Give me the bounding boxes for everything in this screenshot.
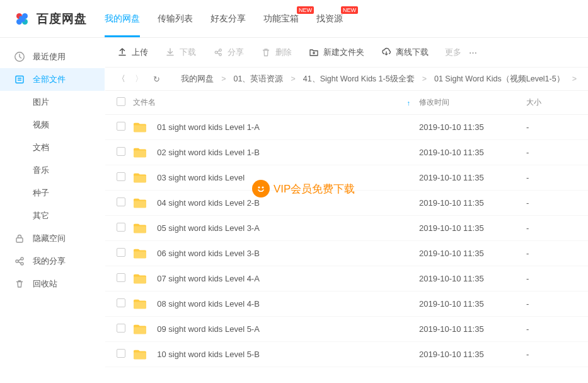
share-icon	[14, 256, 25, 267]
crumb-1[interactable]: 01、英语资源	[234, 74, 284, 85]
file-name: 08 sight word kids Level 4-B	[157, 299, 260, 309]
tab-3[interactable]: 功能宝箱NEW	[263, 0, 299, 37]
crumb-3[interactable]: 01 Sight Word Kids（视频Level1-5）	[434, 74, 565, 85]
column-name[interactable]: 文件名↑	[133, 97, 419, 108]
folder-icon	[133, 122, 147, 133]
brand-name: 百度网盘	[37, 11, 87, 27]
file-name: 07 sight word kids Level 4-A	[157, 274, 260, 283]
sidebar-item-label: 视频	[33, 119, 49, 131]
table-row[interactable]: 03 sight word kids Level2019-10-10 11:35…	[105, 165, 588, 191]
table-row[interactable]: 06 sight word kids Level 3-B2019-10-10 1…	[105, 241, 588, 266]
table-row[interactable]: 09 sight word kids Level 5-A2019-10-10 1…	[105, 317, 588, 342]
file-name: 03 sight word kids Level	[157, 173, 245, 182]
svg-rect-9	[20, 16, 25, 21]
table-row[interactable]: 02 sight word kids Level 1-B2019-10-10 1…	[105, 140, 588, 165]
folder-icon	[133, 273, 147, 285]
column-size[interactable]: 大小	[526, 97, 577, 108]
sidebar-item-label: 种子	[33, 187, 49, 199]
row-checkbox[interactable]	[117, 147, 125, 156]
upload-button[interactable]: 上传	[117, 47, 148, 58]
back-icon[interactable]: 〈	[117, 74, 125, 85]
column-date[interactable]: 修改时间	[419, 97, 526, 108]
sidebar-item-9[interactable]: 我的分享	[0, 250, 105, 273]
row-checkbox[interactable]	[117, 349, 125, 358]
forward-icon[interactable]: 〉	[134, 74, 143, 85]
sort-asc-icon: ↑	[407, 99, 411, 107]
crumb-2[interactable]: 41、Sight Word Kids 1-5级全套	[303, 74, 415, 85]
sidebar-item-4[interactable]: 文档	[0, 136, 105, 159]
folder-icon	[133, 172, 147, 184]
table-row[interactable]: 07 sight word kids Level 4-A2019-10-10 1…	[105, 266, 588, 292]
lock-icon	[14, 233, 25, 244]
sidebar-item-6[interactable]: 种子	[0, 182, 105, 204]
file-name: 01 sight word kids Level 1-A	[157, 122, 260, 132]
row-checkbox[interactable]	[117, 298, 125, 307]
refresh-icon[interactable]: ↻	[152, 74, 161, 84]
sidebar-item-3[interactable]: 视频	[0, 114, 105, 136]
table-row[interactable]: 05 sight word kids Level 3-A2019-10-10 1…	[105, 216, 588, 241]
sidebar-item-8[interactable]: 隐藏空间	[0, 227, 105, 250]
sidebar-item-label: 图片	[33, 97, 49, 108]
table-header: 文件名↑ 修改时间 大小	[105, 91, 588, 115]
file-date: 2019-10-10 11:35	[419, 350, 526, 359]
sidebar-item-0[interactable]: 最近使用	[0, 45, 105, 68]
tab-1[interactable]: 传输列表	[158, 0, 193, 37]
clock-icon	[14, 51, 25, 62]
trash-icon	[14, 278, 25, 290]
crumb-separator: >	[572, 74, 577, 83]
file-size: -	[526, 324, 577, 334]
file-size: -	[526, 274, 577, 283]
table-row[interactable]: 10 sight word kids Level 5-B2019-10-10 1…	[105, 342, 588, 367]
sidebar-item-7[interactable]: 其它	[0, 204, 105, 227]
file-name: 09 sight word kids Level 5-A	[157, 324, 260, 334]
table-row[interactable]: 01 sight word kids Level 1-A2019-10-10 1…	[105, 115, 588, 140]
tab-4[interactable]: 找资源NEW	[316, 0, 343, 37]
new-badge: NEW	[341, 6, 358, 14]
files-icon	[14, 74, 25, 85]
sidebar-item-label: 回收站	[33, 278, 57, 290]
tab-2[interactable]: 好友分享	[210, 0, 246, 37]
sidebar-item-label: 文档	[33, 142, 49, 153]
file-name: 10 sight word kids Level 5-B	[157, 350, 260, 359]
folder-icon	[133, 197, 147, 209]
row-checkbox[interactable]	[117, 248, 125, 257]
file-size: -	[526, 148, 577, 157]
sidebar-item-label: 音乐	[33, 165, 49, 176]
header-tabs: 我的网盘传输列表好友分享功能宝箱NEW找资源NEW	[105, 0, 343, 37]
brand-logo: 百度网盘	[13, 9, 87, 28]
delete-button[interactable]: 删除	[260, 47, 292, 58]
crumb-separator: >	[221, 74, 226, 83]
sidebar-item-label: 最近使用	[33, 51, 66, 62]
row-checkbox[interactable]	[117, 197, 125, 206]
share-button[interactable]: 分享	[212, 47, 244, 58]
sidebar-item-1[interactable]: 全部文件	[0, 68, 105, 91]
file-name: 06 sight word kids Level 3-B	[157, 249, 260, 258]
file-name: 05 sight word kids Level 3-A	[157, 223, 260, 233]
file-size: -	[526, 299, 577, 309]
file-name: 04 sight word kids Level 2-B	[157, 198, 260, 208]
row-checkbox[interactable]	[117, 324, 125, 333]
row-checkbox[interactable]	[117, 223, 125, 232]
select-all-checkbox[interactable]	[117, 97, 125, 106]
offline-download-button[interactable]: 离线下载	[381, 47, 429, 58]
file-date: 2019-10-10 11:35	[419, 299, 526, 309]
download-button[interactable]: 下载	[164, 47, 196, 58]
row-checkbox[interactable]	[117, 273, 125, 282]
row-checkbox[interactable]	[117, 172, 125, 181]
file-date: 2019-10-10 11:35	[419, 122, 526, 132]
row-checkbox[interactable]	[117, 122, 125, 131]
sidebar: 最近使用全部文件图片视频文档音乐种子其它隐藏空间我的分享回收站	[0, 38, 105, 383]
sidebar-item-10[interactable]: 回收站	[0, 273, 105, 295]
new-folder-button[interactable]: 新建文件夹	[308, 47, 364, 58]
tab-0[interactable]: 我的网盘	[105, 0, 140, 37]
sidebar-item-label: 其它	[33, 210, 49, 221]
table-row[interactable]: 08 sight word kids Level 4-B2019-10-10 1…	[105, 292, 588, 317]
table-row[interactable]: 04 sight word kids Level 2-B2019-10-10 1…	[105, 191, 588, 216]
sidebar-item-5[interactable]: 音乐	[0, 159, 105, 182]
more-button[interactable]: 更多	[445, 47, 477, 58]
file-date: 2019-10-10 11:35	[419, 173, 526, 182]
file-date: 2019-10-10 11:35	[419, 148, 526, 157]
sidebar-item-2[interactable]: 图片	[0, 91, 105, 114]
folder-icon	[133, 248, 147, 259]
crumb-0[interactable]: 我的网盘	[181, 74, 214, 85]
